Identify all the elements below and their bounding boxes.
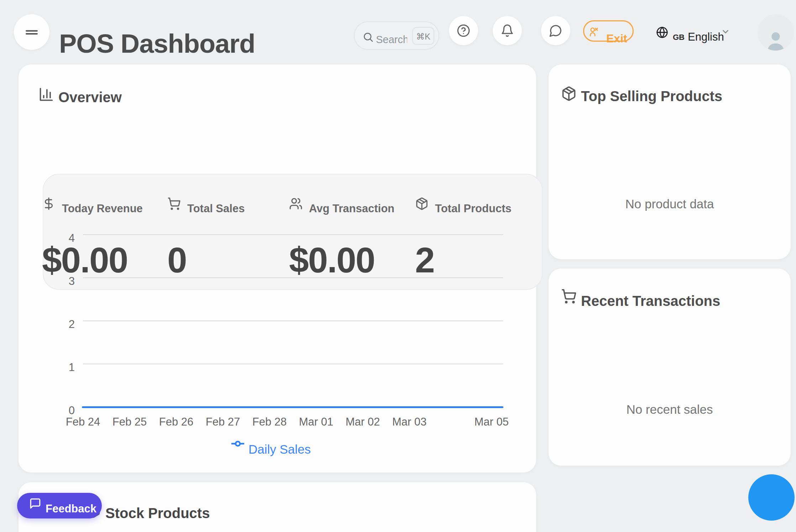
- stat-avg-transaction-value: $0.00: [289, 240, 375, 280]
- pos-dashboard-screen: POS Dashboard ⌘K: [0, 0, 796, 532]
- language-label: English: [688, 31, 724, 42]
- bell-icon: [501, 24, 514, 37]
- dollar-icon: [42, 197, 56, 210]
- line-marker-icon: [231, 437, 245, 451]
- help-button[interactable]: [449, 16, 478, 45]
- cart-icon: [561, 288, 577, 304]
- recent-transactions-card: Recent Transactions No recent sales: [549, 268, 791, 466]
- chevron-down-icon: [721, 27, 730, 36]
- top-selling-title: Top Selling Products: [581, 88, 722, 104]
- stat-total-products-value: 2: [415, 240, 434, 280]
- y-tick: 2: [53, 318, 75, 331]
- cart-icon: [167, 197, 181, 210]
- search-icon: [362, 31, 374, 43]
- overview-title: Overview: [58, 89, 122, 105]
- language-country-code: GB: [673, 33, 685, 41]
- package-icon: [561, 86, 577, 101]
- legend-label: Daily Sales: [248, 442, 311, 457]
- menu-icon: [25, 25, 39, 39]
- x-tick: Mar 03: [392, 415, 426, 429]
- users-icon: [289, 197, 303, 210]
- language-selector[interactable]: GB English: [656, 25, 745, 46]
- menu-button[interactable]: [14, 14, 49, 50]
- recent-transactions-title: Recent Transactions: [581, 293, 720, 309]
- x-tick: Mar 01: [299, 415, 333, 429]
- x-tick: Mar 05: [475, 415, 509, 429]
- stock-products-title: Stock Products: [105, 505, 210, 521]
- y-tick: 1: [53, 361, 75, 374]
- stat-today-revenue-value: $0.00: [42, 240, 127, 280]
- messages-button[interactable]: [541, 16, 570, 45]
- y-tick: 3: [53, 275, 75, 288]
- help-icon: [457, 24, 470, 37]
- stat-total-products: Total Products: [415, 197, 512, 215]
- y-tick: 4: [53, 232, 75, 245]
- search-input[interactable]: [376, 34, 407, 46]
- globe-icon: [656, 26, 668, 38]
- gridline: [83, 234, 503, 235]
- x-tick: Feb 25: [112, 415, 147, 429]
- daily-sales-line: [82, 406, 503, 408]
- user-avatar[interactable]: [758, 14, 794, 51]
- no-product-data-text: No product data: [549, 197, 791, 211]
- bar-chart-icon: [38, 87, 54, 102]
- x-tick: Feb 26: [159, 415, 194, 429]
- gridline: [83, 277, 503, 278]
- gridline: [83, 320, 503, 321]
- top-selling-products-card: Top Selling Products No product data: [549, 64, 791, 259]
- message-square-icon: [29, 497, 41, 510]
- package-icon: [415, 197, 429, 210]
- stat-total-sales-value: 0: [167, 240, 187, 280]
- exit-label: Exit: [606, 33, 627, 44]
- user-avatar-icon: [764, 30, 787, 51]
- x-tick: Feb 27: [206, 415, 240, 429]
- command-key-icon: ⌘K: [412, 27, 434, 45]
- notifications-button[interactable]: [493, 16, 522, 45]
- page-title: POS Dashboard: [59, 31, 255, 55]
- gridline: [83, 364, 503, 364]
- search-box[interactable]: ⌘K: [354, 21, 439, 50]
- user-x-icon: [588, 26, 600, 38]
- feedback-label: Feedback: [46, 503, 96, 515]
- x-tick: Mar 02: [346, 415, 380, 429]
- no-recent-sales-text: No recent sales: [549, 402, 791, 417]
- stat-total-sales: Total Sales: [167, 197, 245, 215]
- overview-card: Overview Today Revenue $0.00 Total Sales…: [19, 64, 536, 473]
- stat-avg-transaction: Avg Transaction: [289, 197, 394, 215]
- exit-button[interactable]: Exit: [583, 20, 634, 42]
- floating-action-button[interactable]: [748, 474, 795, 521]
- x-tick: Feb 24: [66, 415, 100, 429]
- feedback-button[interactable]: Feedback: [17, 493, 102, 518]
- x-tick: Feb 28: [252, 415, 287, 429]
- stat-today-revenue: Today Revenue: [42, 197, 143, 215]
- legend-daily-sales[interactable]: Daily Sales: [231, 437, 311, 457]
- chat-icon: [549, 24, 562, 37]
